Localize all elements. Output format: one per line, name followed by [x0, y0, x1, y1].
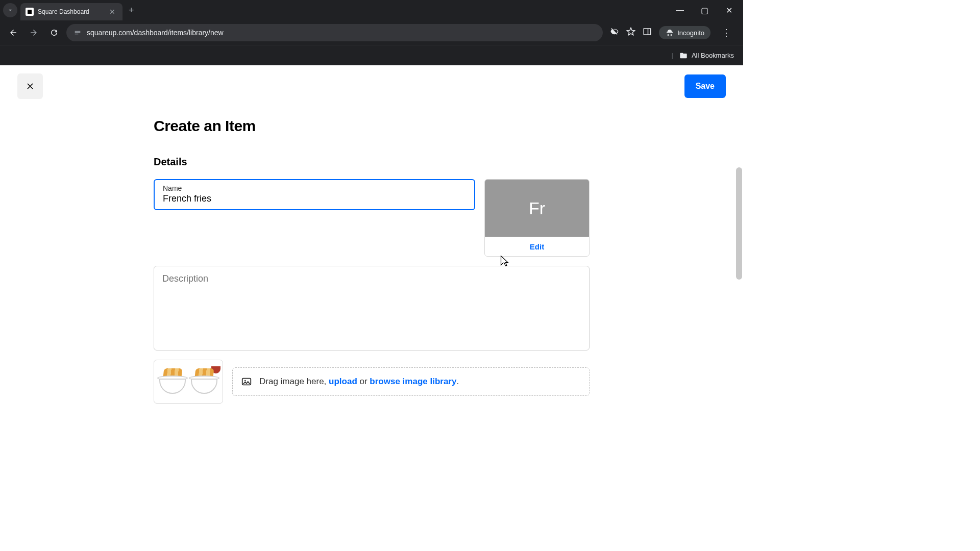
- app-content: Save Create an Item Details Name Fr Edit…: [0, 65, 743, 412]
- window-maximize-button[interactable]: ▢: [698, 6, 710, 15]
- name-row: Name Fr Edit: [154, 179, 590, 257]
- image-preview[interactable]: Fr: [485, 180, 589, 237]
- save-button[interactable]: Save: [684, 74, 726, 98]
- name-field[interactable]: Name: [154, 179, 475, 210]
- toolbar-right: Incognito ⋮: [607, 26, 738, 39]
- details-section-title: Details: [154, 156, 590, 168]
- scrollbar-thumb[interactable]: [736, 167, 742, 280]
- address-bar-row: squareup.com/dashboard/items/library/new…: [0, 20, 743, 45]
- upload-row: Drag image here, upload or browse image …: [154, 360, 590, 404]
- window-controls: — ▢ ✕: [674, 6, 743, 15]
- image-icon: [241, 376, 252, 387]
- tab-title: Square Dashboard: [38, 8, 103, 15]
- modal-header: Save: [0, 65, 743, 99]
- incognito-label: Incognito: [677, 29, 704, 37]
- image-tile: Fr Edit: [484, 179, 590, 257]
- description-placeholder: Description: [162, 273, 581, 284]
- nav-back-button[interactable]: [5, 24, 21, 41]
- image-edit-button[interactable]: Edit: [485, 237, 589, 256]
- nav-forward-button[interactable]: [26, 24, 42, 41]
- nav-reload-button[interactable]: [46, 24, 62, 41]
- url-text: squareup.com/dashboard/items/library/new: [87, 29, 224, 37]
- close-button[interactable]: [17, 73, 43, 99]
- incognito-indicator[interactable]: Incognito: [659, 26, 710, 39]
- tab-search-button[interactable]: [3, 3, 17, 17]
- tab-close-icon[interactable]: ✕: [107, 8, 117, 16]
- tab-favicon: [26, 8, 34, 16]
- fries-illustration: [189, 366, 219, 397]
- new-tab-button[interactable]: +: [122, 5, 140, 16]
- svg-point-1: [244, 380, 246, 382]
- side-panel-icon[interactable]: [643, 27, 652, 38]
- eye-off-icon[interactable]: [610, 27, 619, 38]
- window-minimize-button[interactable]: —: [674, 6, 686, 15]
- image-thumbnail[interactable]: [154, 360, 223, 404]
- folder-icon: [679, 52, 688, 60]
- tab-strip: Square Dashboard ✕ + — ▢ ✕: [0, 0, 743, 20]
- browser-tab[interactable]: Square Dashboard ✕: [20, 3, 122, 20]
- form: Create an Item Details Name Fr Edit Desc…: [154, 117, 590, 404]
- description-field[interactable]: Description: [154, 266, 590, 350]
- image-dropzone[interactable]: Drag image here, upload or browse image …: [232, 367, 590, 396]
- browse-library-link[interactable]: browse image library: [370, 377, 456, 386]
- dropzone-prefix: Drag image here,: [259, 377, 329, 386]
- all-bookmarks-button[interactable]: All Bookmarks: [692, 52, 734, 59]
- bookmarks-bar: | All Bookmarks: [0, 45, 743, 65]
- dropzone-mid: or: [357, 377, 370, 386]
- site-info-button[interactable]: [74, 29, 82, 37]
- upload-link[interactable]: upload: [329, 377, 357, 386]
- dropzone-text: Drag image here, upload or browse image …: [259, 377, 459, 387]
- dropzone-suffix: .: [456, 377, 459, 386]
- name-label: Name: [163, 184, 466, 192]
- page-title: Create an Item: [154, 117, 590, 135]
- browser-chrome: Square Dashboard ✕ + — ▢ ✕ squareup.com/…: [0, 0, 743, 65]
- browser-menu-button[interactable]: ⋮: [718, 27, 735, 38]
- address-bar[interactable]: squareup.com/dashboard/items/library/new: [66, 24, 603, 41]
- fries-illustration: [157, 366, 188, 397]
- window-close-button[interactable]: ✕: [723, 6, 735, 15]
- separator: |: [672, 52, 673, 59]
- star-icon[interactable]: [626, 27, 635, 38]
- name-input[interactable]: [163, 193, 466, 204]
- image-placeholder-text: Fr: [529, 198, 545, 218]
